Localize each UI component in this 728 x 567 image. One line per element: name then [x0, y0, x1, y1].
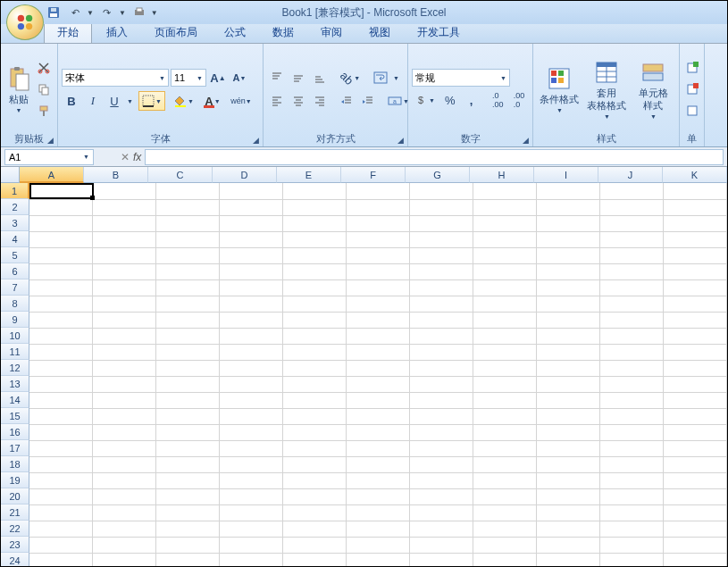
cell[interactable]	[537, 328, 600, 344]
cell[interactable]	[347, 344, 410, 360]
cell[interactable]	[473, 296, 537, 312]
cell[interactable]	[347, 312, 410, 328]
column-header[interactable]: B	[84, 167, 148, 183]
row-header[interactable]: 4	[1, 231, 29, 247]
cell[interactable]	[347, 488, 410, 504]
cell[interactable]	[537, 392, 600, 408]
cell[interactable]	[156, 537, 220, 553]
cell[interactable]	[473, 424, 537, 440]
number-launcher[interactable]: ◢	[520, 135, 531, 146]
row-header[interactable]: 24	[1, 553, 29, 567]
cell[interactable]	[283, 488, 347, 504]
cell[interactable]	[93, 408, 156, 424]
cell[interactable]	[156, 504, 220, 521]
cell[interactable]	[156, 344, 220, 360]
row-header[interactable]: 18	[1, 456, 29, 472]
cell[interactable]	[664, 440, 727, 456]
cell[interactable]	[473, 521, 537, 537]
cell[interactable]	[29, 504, 93, 521]
name-box[interactable]: A1▼	[4, 149, 94, 165]
column-header[interactable]: F	[341, 167, 406, 183]
cell[interactable]	[93, 456, 156, 472]
cell[interactable]	[473, 263, 537, 279]
cell[interactable]	[600, 279, 664, 296]
cell[interactable]	[537, 521, 600, 537]
cell[interactable]	[347, 199, 410, 215]
qat-customize-dropdown[interactable]: ▼	[151, 9, 158, 17]
cell[interactable]	[29, 231, 93, 247]
cell[interactable]	[347, 424, 410, 440]
cell[interactable]	[156, 183, 220, 199]
orientation-button[interactable]: ab▼	[337, 68, 364, 88]
row-header[interactable]: 21	[1, 504, 29, 521]
cell[interactable]	[220, 440, 283, 456]
cell[interactable]	[347, 504, 410, 521]
cell[interactable]	[220, 424, 283, 440]
cell[interactable]	[283, 392, 347, 408]
row-header[interactable]: 13	[1, 376, 29, 392]
cell[interactable]	[283, 472, 347, 488]
select-all-corner[interactable]	[1, 167, 20, 183]
cell[interactable]	[156, 279, 220, 296]
row-header[interactable]: 7	[1, 279, 29, 296]
decrease-decimal-icon[interactable]: .00.0	[509, 90, 529, 110]
cell[interactable]	[473, 183, 537, 199]
save-icon[interactable]	[46, 4, 62, 21]
cell[interactable]	[473, 215, 537, 231]
cell[interactable]	[156, 247, 220, 263]
cell[interactable]	[410, 440, 473, 456]
copy-button[interactable]	[34, 79, 54, 99]
column-header[interactable]: K	[663, 167, 727, 183]
undo-dropdown[interactable]: ▼	[87, 9, 94, 17]
cell[interactable]	[410, 215, 473, 231]
cell[interactable]	[156, 360, 220, 376]
cell[interactable]	[347, 376, 410, 392]
cell[interactable]	[156, 553, 220, 567]
italic-button[interactable]: I	[83, 91, 103, 111]
cell[interactable]	[347, 360, 410, 376]
cell[interactable]	[220, 296, 283, 312]
cell[interactable]	[93, 344, 156, 360]
cell[interactable]	[220, 553, 283, 567]
cell[interactable]	[283, 215, 347, 231]
cell[interactable]	[29, 328, 93, 344]
align-left-icon[interactable]	[267, 91, 287, 111]
cell[interactable]	[537, 247, 600, 263]
cell[interactable]	[347, 183, 410, 199]
cell[interactable]	[93, 328, 156, 344]
align-middle-icon[interactable]	[289, 68, 308, 88]
cell[interactable]	[410, 263, 473, 279]
cell[interactable]	[93, 521, 156, 537]
cell[interactable]	[664, 504, 727, 521]
cell[interactable]	[537, 263, 600, 279]
cell[interactable]	[156, 296, 220, 312]
cell[interactable]	[283, 328, 347, 344]
cell[interactable]	[283, 408, 347, 424]
cell[interactable]	[29, 263, 93, 279]
cell[interactable]	[600, 424, 664, 440]
cell[interactable]	[600, 408, 664, 424]
cell[interactable]	[473, 456, 537, 472]
cell[interactable]	[410, 537, 473, 553]
cell[interactable]	[93, 360, 156, 376]
cell[interactable]	[473, 360, 537, 376]
cell[interactable]	[220, 360, 283, 376]
cell[interactable]	[347, 408, 410, 424]
cell[interactable]	[156, 488, 220, 504]
cell[interactable]	[473, 504, 537, 521]
row-header[interactable]: 23	[1, 537, 29, 553]
cell[interactable]	[93, 231, 156, 247]
cell[interactable]	[664, 553, 727, 567]
tab-1[interactable]: 插入	[94, 22, 140, 43]
cell[interactable]	[473, 472, 537, 488]
comma-button[interactable]: ,	[462, 90, 481, 110]
cell[interactable]	[664, 360, 727, 376]
tab-4[interactable]: 数据	[260, 22, 306, 43]
cell[interactable]	[410, 183, 473, 199]
cell[interactable]	[537, 376, 600, 392]
cell[interactable]	[156, 328, 220, 344]
fx-icon[interactable]: fx	[133, 151, 141, 163]
formula-input[interactable]	[145, 149, 724, 165]
cell[interactable]	[93, 488, 156, 504]
cell[interactable]	[600, 360, 664, 376]
